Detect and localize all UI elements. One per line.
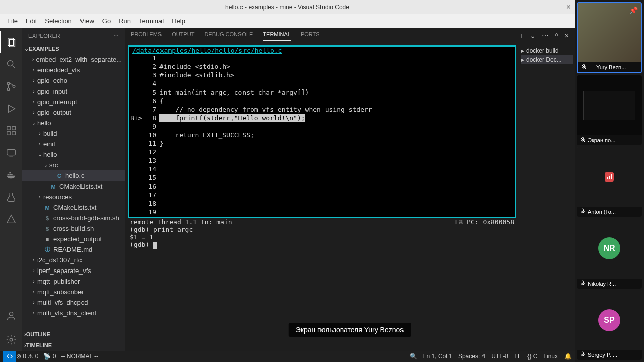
status-language[interactable]: {} C: [527, 353, 537, 360]
terminal-icon: ▸: [521, 47, 524, 54]
status-bell-icon[interactable]: 🔔: [564, 353, 572, 360]
tree-item[interactable]: $cross-build.sh: [22, 223, 125, 234]
panel-tab-problems[interactable]: PROBLEMS: [131, 31, 162, 41]
tree-item[interactable]: MCMakeLists.txt: [22, 181, 125, 192]
tree-item[interactable]: ⓘREADME.md: [22, 244, 125, 255]
remote-explorer-icon[interactable]: [0, 142, 22, 164]
maximize-panel-icon[interactable]: ^: [555, 32, 558, 40]
panel-more-icon[interactable]: ⋯: [542, 32, 549, 40]
participant-tile[interactable]: 📌Yury Bezn...: [577, 2, 642, 73]
panel-tab-ports[interactable]: PORTS: [301, 31, 320, 41]
file-icon: $: [43, 225, 51, 233]
panel-tab-output[interactable]: OUTPUT: [172, 31, 194, 41]
status-problems[interactable]: ⊗ 0 ⚠ 0: [16, 353, 38, 360]
status-ports[interactable]: 📡 0: [43, 353, 56, 360]
window-close-icon[interactable]: ×: [566, 3, 571, 12]
panel-tab-terminal[interactable]: TERMINAL: [263, 31, 291, 41]
menu-help[interactable]: Help: [168, 17, 189, 25]
menu-run[interactable]: Run: [115, 17, 135, 25]
svg-rect-24: [609, 176, 610, 179]
menu-view[interactable]: View: [76, 17, 98, 25]
explorer-icon[interactable]: [0, 31, 22, 53]
close-panel-icon[interactable]: ×: [565, 32, 569, 40]
tree-item[interactable]: ›gpio_output: [22, 107, 125, 118]
status-eol[interactable]: LF: [514, 353, 521, 360]
testing-icon[interactable]: [0, 186, 22, 208]
terminal-list: ▸docker build▸docker Doc...: [519, 43, 575, 351]
status-os[interactable]: Linux: [543, 353, 558, 360]
chevron-icon: ›: [36, 141, 43, 147]
tree-item[interactable]: ›embed_ext2_with_separate...: [22, 54, 125, 65]
menubar: FileEditSelectionViewGoRunTerminalHelp: [0, 14, 575, 28]
accounts-icon[interactable]: [0, 305, 22, 327]
timeline-section[interactable]: › TIMELINE: [22, 340, 125, 351]
source-control-icon[interactable]: [0, 75, 22, 98]
tree-item[interactable]: MCMakeLists.txt: [22, 202, 125, 213]
sidebar: EXPLORER ⋯ ⌄ EXAMPLES ›embed_ext2_with_s…: [22, 28, 125, 351]
status-bar: ⊗ 0 ⚠ 0 📡 0 -- NORMAL -- 🔍 Ln 1, Col 1 S…: [0, 351, 575, 362]
tree-item[interactable]: ›resources: [22, 192, 125, 202]
participant-tile[interactable]: SPSergey P. ...: [577, 291, 642, 360]
tree-item[interactable]: $cross-build-gdb-sim.sh: [22, 213, 125, 223]
meeting-panel: 📌Yury Bezn...Экран по...Anton (Го...NRNi…: [575, 0, 644, 362]
terminal-output[interactable]: /data/examples/hello/hello/src/hello.c B…: [125, 43, 519, 351]
tree-item[interactable]: ⌄hello: [22, 149, 125, 160]
cmake-icon[interactable]: [0, 208, 22, 230]
gdb-console[interactable]: (gdb) print argc$1 = 1(gdb): [128, 226, 516, 249]
gdb-status-line: remote Thread 1.1 In: main L8 PC: 0x8000…: [128, 218, 516, 226]
vim-mode: -- NORMAL --: [61, 353, 98, 360]
status-encoding[interactable]: UTF-8: [491, 353, 508, 360]
tree-item[interactable]: ›iperf_separate_vfs: [22, 265, 125, 276]
status-lncol[interactable]: Ln 1, Col 1: [423, 353, 452, 360]
split-terminal-icon[interactable]: ⌄: [530, 32, 536, 40]
panel-tab-debug-console[interactable]: DEBUG CONSOLE: [204, 31, 253, 41]
remote-indicator[interactable]: [3, 351, 16, 362]
tree-item[interactable]: ›i2c_ds1307_rtc: [22, 255, 125, 265]
docker-icon[interactable]: [0, 164, 22, 186]
tree-item[interactable]: ›gpio_echo: [22, 75, 125, 86]
terminal-entry[interactable]: ▸docker Doc...: [521, 55, 573, 64]
participant-tile[interactable]: Anton (Го...: [577, 147, 642, 217]
sidebar-more-icon[interactable]: ⋯: [113, 33, 119, 39]
tree-item[interactable]: ≡expected_output: [22, 234, 125, 244]
tree-item[interactable]: ›embedded_vfs: [22, 65, 125, 75]
tree-item[interactable]: Chello.c: [22, 170, 125, 181]
file-icon: M: [43, 204, 51, 212]
search-icon[interactable]: [0, 53, 22, 75]
tree-item-label: build: [43, 130, 57, 137]
menu-terminal[interactable]: Terminal: [135, 17, 168, 25]
tree-item-label: gpio_output: [37, 109, 71, 116]
mic-muted-icon: [580, 137, 586, 144]
participant-tile[interactable]: Экран по...: [577, 75, 642, 145]
tree-item[interactable]: ›build: [22, 128, 125, 139]
status-spaces[interactable]: Spaces: 4: [458, 353, 485, 360]
run-debug-icon[interactable]: [0, 98, 22, 120]
tree-item[interactable]: ›mqtt_publisher: [22, 276, 125, 287]
tree-item[interactable]: ›einit: [22, 139, 125, 149]
tree-item[interactable]: ›gpio_input: [22, 86, 125, 97]
menu-edit[interactable]: Edit: [22, 17, 41, 25]
participant-tile[interactable]: NRNikolay R...: [577, 219, 642, 288]
tree-item[interactable]: ›multi_vfs_dhcpcd: [22, 297, 125, 308]
settings-icon[interactable]: [0, 329, 22, 351]
participant-label: Sergey P. ...: [577, 350, 642, 360]
status-feedback-icon[interactable]: 🔍: [410, 353, 417, 360]
new-terminal-icon[interactable]: +: [520, 32, 524, 40]
terminal-entry[interactable]: ▸docker build: [521, 46, 573, 55]
tree-item-label: mqtt_subscriber: [37, 288, 84, 296]
tree-item[interactable]: ›multi_vfs_dns_client: [22, 308, 125, 318]
tree-item[interactable]: ⌄hello: [22, 118, 125, 128]
menu-go[interactable]: Go: [98, 17, 115, 25]
tree-item[interactable]: ›gpio_interrupt: [22, 97, 125, 107]
explorer-root[interactable]: ⌄ EXAMPLES: [22, 43, 125, 54]
file-icon: $: [43, 214, 51, 222]
tree-item-label: i2c_ds1307_rtc: [37, 256, 82, 264]
tree-item[interactable]: ⌄src: [22, 160, 125, 170]
menu-selection[interactable]: Selection: [41, 17, 75, 25]
extensions-icon[interactable]: [0, 120, 22, 142]
titlebar: hello.c - examples - mine - Visual Studi…: [0, 0, 575, 14]
window-title: hello.c - examples - mine - Visual Studi…: [225, 4, 349, 11]
menu-file[interactable]: File: [3, 17, 22, 25]
outline-section[interactable]: › OUTLINE: [22, 329, 125, 340]
tree-item[interactable]: ›mqtt_subscriber: [22, 287, 125, 297]
